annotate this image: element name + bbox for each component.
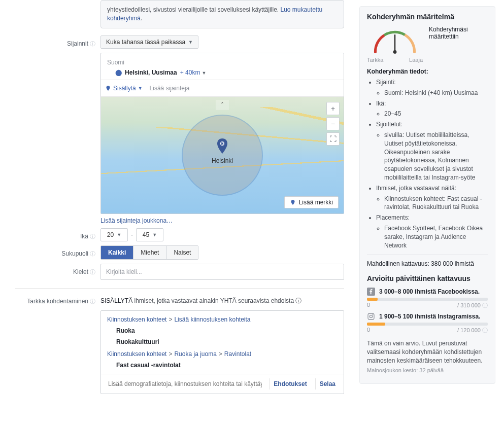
gauge-status-text: Kohderyhmäsi määritettiin bbox=[429, 26, 488, 40]
info-text: yhteystiedoillesi, sivustosi vierailijoi… bbox=[107, 6, 280, 13]
location-country: Suomi bbox=[106, 57, 339, 67]
map-city-label: Helsinki bbox=[212, 157, 233, 164]
locations-label: Sijainnitⓘ bbox=[15, 36, 100, 224]
map-marker-icon bbox=[216, 138, 228, 155]
location-search-input[interactable] bbox=[148, 83, 340, 94]
targeting-item[interactable]: Fast casual -ravintolat bbox=[107, 360, 338, 371]
gender-women-button[interactable]: Naiset bbox=[166, 246, 198, 259]
audience-details-title: Kohderyhmän tiedot: bbox=[367, 68, 488, 75]
add-locations-bulk-link[interactable]: Lisää sijainteja joukkona… bbox=[100, 217, 173, 224]
languages-input[interactable] bbox=[100, 264, 344, 280]
age-label: Ikäⓘ bbox=[15, 228, 100, 241]
facebook-reach-text: 3 000–8 000 ihmistä Facebookissa. bbox=[379, 288, 480, 295]
gauge-label-right: Laaja bbox=[409, 57, 423, 63]
audience-details-list: Sijainti: Suomi: Helsinki (+40 km) Uusim… bbox=[367, 78, 488, 250]
info-icon: ⓘ bbox=[90, 233, 95, 239]
map-collapse-icon[interactable]: ˄ bbox=[216, 100, 229, 110]
potential-reach: Mahdollinen kattavuus: 380 000 ihmistä bbox=[367, 260, 488, 267]
detailed-targeting-input[interactable] bbox=[105, 377, 265, 391]
info-icon: ⓘ bbox=[90, 298, 95, 304]
age-max-dropdown[interactable]: 45▼ bbox=[136, 228, 163, 241]
location-mode-dropdown[interactable]: Kuka tahansa tässä paikassa▼ bbox=[100, 36, 198, 49]
pin-icon: ⬤ bbox=[115, 69, 122, 76]
targeting-item[interactable]: Ruoka bbox=[107, 325, 338, 336]
daily-reach-title: Arvioitu päivittäinen kattavuus bbox=[367, 274, 488, 282]
svg-rect-4 bbox=[368, 313, 374, 320]
gauge-icon bbox=[367, 26, 423, 56]
instagram-icon bbox=[367, 312, 375, 321]
targeting-path: Kiinnostuksen kohteet>Lisää kiinnostukse… bbox=[107, 316, 338, 323]
chevron-down-icon: ▼ bbox=[201, 70, 206, 76]
age-min-dropdown[interactable]: 20▼ bbox=[100, 228, 128, 241]
estimate-note: Tämä on vain arvio. Luvut perustuvat val… bbox=[367, 339, 488, 365]
pin-icon bbox=[105, 85, 111, 91]
targeting-path: Kiinnostuksen kohteet>Ruoka ja juoma>Rav… bbox=[107, 350, 338, 358]
add-pin-button[interactable]: Lisää merkki bbox=[284, 196, 339, 208]
gauge-label-left: Tarkka bbox=[367, 57, 383, 63]
location-map[interactable]: ˄ Helsinki + − ⛶ Lisää merkki bbox=[101, 97, 344, 214]
info-icon: ⓘ bbox=[90, 269, 95, 275]
map-zoom-out-button[interactable]: − bbox=[326, 117, 340, 130]
detailed-targeting-label: Tarkka kohdentaminenⓘ bbox=[15, 297, 100, 394]
suggestions-button[interactable]: Ehdotukset bbox=[269, 378, 311, 389]
info-icon: ⓘ bbox=[482, 327, 488, 333]
info-box-custom-audience: yhteystiedoillesi, sivustosi vierailijoi… bbox=[100, 0, 344, 28]
detailed-targeting-box: Kiinnostuksen kohteet>Lisää kiinnostukse… bbox=[100, 310, 344, 394]
chevron-down-icon: ▼ bbox=[117, 232, 121, 237]
svg-point-2 bbox=[393, 50, 397, 54]
chevron-down-icon: ▼ bbox=[152, 232, 157, 237]
age-dash: - bbox=[128, 231, 136, 238]
info-icon: ⓘ bbox=[482, 302, 488, 308]
include-dropdown[interactable]: Sisällytä ▼ bbox=[105, 85, 143, 92]
detailed-header: SISÄLLYTÄ ihmiset, jotka vastaavat ainak… bbox=[100, 297, 344, 305]
map-zoom-in-button[interactable]: + bbox=[326, 102, 340, 115]
svg-point-5 bbox=[369, 315, 372, 318]
instagram-reach-text: 1 900–5 100 ihmistä Instagramissa. bbox=[379, 313, 480, 320]
browse-button[interactable]: Selaa bbox=[315, 378, 340, 389]
map-radius-circle bbox=[182, 115, 263, 196]
panel-title: Kohderyhmän määritelmä bbox=[367, 13, 488, 21]
location-item[interactable]: ⬤ Helsinki, Uusimaa + 40km▼ bbox=[106, 67, 339, 78]
gender-label: Sukupuoliⓘ bbox=[15, 245, 100, 260]
info-icon: ⓘ bbox=[295, 297, 301, 304]
info-icon: ⓘ bbox=[90, 251, 95, 257]
facebook-reach-bar bbox=[367, 298, 488, 301]
pin-icon bbox=[290, 199, 296, 205]
facebook-icon bbox=[367, 288, 375, 296]
map-fullscreen-button[interactable]: ⛶ bbox=[326, 132, 340, 146]
location-list: Suomi ⬤ Helsinki, Uusimaa + 40km▼ bbox=[101, 53, 344, 80]
audience-definition-panel: Kohderyhmän määritelmä Tarkka Laaja Kohd… bbox=[359, 6, 495, 384]
facebook-reach-labels: 0 / 310 000 ⓘ bbox=[367, 302, 488, 309]
gender-men-button[interactable]: Miehet bbox=[133, 246, 166, 259]
targeting-item[interactable]: Ruokakulttuuri bbox=[107, 336, 338, 347]
info-icon: ⓘ bbox=[90, 41, 95, 47]
instagram-reach-labels: 0 / 120 000 ⓘ bbox=[367, 327, 488, 334]
svg-point-6 bbox=[372, 314, 373, 315]
location-radius-dropdown[interactable]: + 40km▼ bbox=[180, 69, 207, 76]
chevron-down-icon: ▼ bbox=[188, 40, 193, 45]
languages-label: Kieletⓘ bbox=[15, 264, 100, 280]
location-item-name: Helsinki, Uusimaa bbox=[125, 69, 177, 76]
gender-all-button[interactable]: Kaikki bbox=[101, 246, 133, 259]
adset-duration-note: Mainosjoukon kesto: 32 päivää bbox=[367, 367, 488, 373]
chevron-down-icon: ▼ bbox=[138, 86, 143, 91]
instagram-reach-bar bbox=[367, 323, 488, 326]
